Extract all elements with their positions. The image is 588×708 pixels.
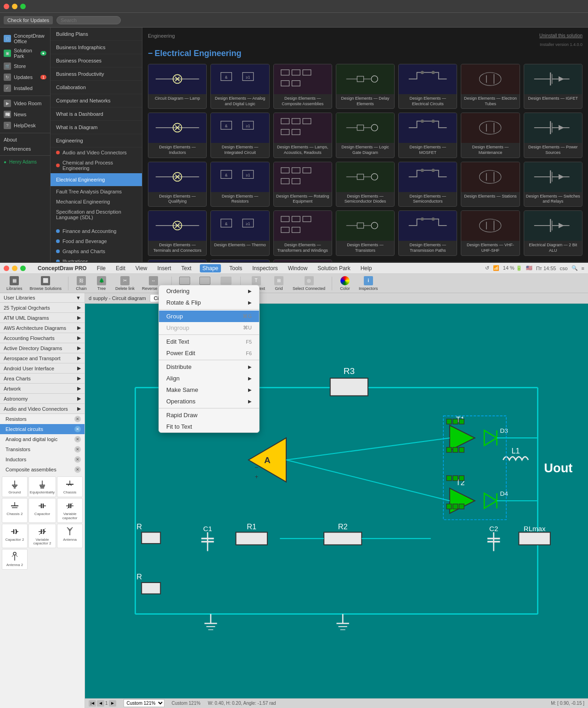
toolbar-browse-solutions[interactable]: ⬜ Browse Solutions [27,275,65,292]
menu-fit-to-text[interactable]: Fit to Text [159,421,259,432]
electrical-remove[interactable]: ✕ [74,426,81,432]
lib-sub-electrical[interactable]: Electrical circuits ✕ [0,424,85,434]
menu-solution-park[interactable]: Solution Park [316,264,352,272]
sidebar-item-store[interactable]: 🛒 Store [0,61,50,72]
shape-item[interactable]: Antenna 2 [2,549,28,570]
middle-item-building-plans[interactable]: Building Plans [51,28,142,41]
card-item[interactable]: Design Elements — Semiconductor Diodes [336,162,395,207]
maximize-button[interactable] [20,4,26,9]
composite-remove[interactable]: ✕ [74,466,81,473]
middle-item-infographics[interactable]: Business Infographics [51,41,142,54]
nav-prev[interactable]: ◀ [97,700,104,707]
card-item[interactable]: Design Elements — Switches and Relays [524,162,582,207]
menu-help[interactable]: Help [359,264,374,272]
sidebar-item-video[interactable]: ▶ Video Room [0,98,50,109]
subitem-finance[interactable]: Finance and Accounting [51,226,142,236]
menu-shape[interactable]: Shape [200,264,221,272]
lib-aws[interactable]: AWS Architecture Diagrams ▶ [0,323,85,333]
shape-item[interactable]: Variable capacitor [57,498,83,523]
subitem-sdl[interactable]: Specification and Description Language (… [51,207,142,222]
toolbar-tree[interactable]: 🌲 Tree [92,275,111,292]
resistors-remove[interactable]: ✕ [74,416,81,422]
subitem-mechanical[interactable]: Mechanical Engineering [51,197,142,207]
card-item[interactable]: Design Elements — Semiconductors [398,162,457,207]
middle-item-engineering[interactable]: Engineering [51,134,142,147]
close-button[interactable] [4,4,9,9]
menu-rotate-flip[interactable]: Rotate & Flip ▶ [159,297,259,308]
card-item[interactable]: Design Elements — MOSFET [398,113,457,158]
middle-item-productivity[interactable]: Business Productivity [51,68,142,81]
menu-group[interactable]: Group ⌘G [159,311,259,322]
lib-sub-analog[interactable]: Analog and digital logic ✕ [0,434,85,444]
lib-android[interactable]: Android User Interface ▶ [0,363,85,374]
card-item[interactable]: Design Elements — Stations [461,162,520,207]
min-btn[interactable] [12,266,17,271]
shape-item[interactable]: Antenna [57,524,83,549]
card-item[interactable]: Electrical Diagram — Bipolar Current Mir… [148,260,207,262]
lib-sub-composite[interactable]: Composite assemblies ✕ [0,464,85,475]
shape-item[interactable]: Capacitor 2 [2,524,28,549]
toolbar-color[interactable]: Color [336,275,354,292]
nav-first[interactable]: |◀ [89,700,96,707]
card-item[interactable]: Design Elements — Transmission Paths [398,210,457,255]
card-item[interactable]: Circuit Diagram — Lamp [148,64,207,109]
toolbar-select-connected[interactable]: ◎ Select Connected [290,275,328,292]
menu-power-edit[interactable]: Power Edit F6 [159,347,259,359]
menu-icon[interactable]: ≡ [582,266,584,271]
lib-sub-resistors[interactable]: Resistors ✕ [0,414,85,424]
middle-item-computer[interactable]: Computer and Networks [51,94,142,108]
max-btn[interactable] [20,266,26,271]
card-item[interactable]: & ≥1Design Elements — Analog and Digital… [210,64,269,109]
shape-item[interactable]: Ground [2,476,28,497]
sidebar-item-installed[interactable]: ✓ Installed [0,83,50,94]
sidebar-item-office[interactable]: ◻ ConceptDraw Office [0,31,50,46]
card-item[interactable]: & ≥1Design Elements — Thermo [210,210,269,255]
card-item[interactable]: Design Elements — VHF-UHF-SHF [461,210,520,255]
toolbar-chain[interactable]: ⛓ Chain [72,275,90,292]
card-item[interactable]: & ≥1Electrical Diagram — Simple Switched… [210,260,269,262]
minimize-button[interactable] [12,4,17,9]
lib-area-charts[interactable]: Area Charts ▶ [0,374,85,384]
shape-item[interactable]: Capacitor [28,498,56,523]
sidebar-item-news[interactable]: 📰 News [0,109,50,120]
inductors-remove[interactable]: ✕ [74,456,81,463]
close-btn[interactable] [4,266,9,271]
menu-operations[interactable]: Operations ▶ [159,396,259,407]
card-item[interactable]: Design Elements — Maintenance [461,113,520,158]
lib-sub-transistors[interactable]: Transistors ✕ [0,444,85,454]
lib-accounting[interactable]: Accounting Flowcharts ▶ [0,333,85,343]
menu-file[interactable]: File [95,264,107,272]
subitem-graphs[interactable]: Graphs and Charts [51,246,142,256]
search-icon[interactable]: 🔍 [571,265,578,271]
middle-item-collaboration[interactable]: Collaboration [51,81,142,94]
toolbar-libraries[interactable]: ▦ Libraries [4,275,25,292]
card-item[interactable]: Design Elements — Qualifying [148,162,207,207]
menu-tools[interactable]: Tools [227,264,244,272]
sidebar-item-about[interactable]: About [0,135,50,144]
card-item[interactable]: Design Elements — Rotating Equipment [273,162,332,207]
subitem-electrical[interactable]: Electrical Engineering [51,173,142,187]
subitem-audio-video[interactable]: Audio and Video Connectors [51,147,142,158]
card-item[interactable]: Design Elements — Composite Assemblies [273,64,332,109]
menu-view[interactable]: View [134,264,149,272]
toolbar-grid[interactable]: ⊞ Grid [270,275,288,292]
shape-item[interactable]: Variable capacitor 2 [28,524,56,549]
menu-edit-text[interactable]: Edit Text F5 [159,336,259,347]
menu-align[interactable]: Align ▶ [159,373,259,384]
card-item[interactable]: Design Elements — Terminals and Connecto… [148,210,207,255]
sidebar-item-preferences[interactable]: Preferences [0,144,50,153]
card-item[interactable]: Design Elements — Lamps, Acoustics, Read… [273,113,332,158]
analog-remove[interactable]: ✕ [74,436,81,442]
shape-item[interactable]: Chassis 2 [2,498,28,523]
card-item[interactable]: Design Elements — Electron Tubes [461,64,520,109]
toolbar-inspectors[interactable]: i Inspectors [356,275,381,292]
middle-item-diagram[interactable]: What is a Diagram [51,121,142,134]
menu-edit[interactable]: Edit [114,264,127,272]
middle-item-dashboard[interactable]: What is a Dashboard [51,108,142,121]
card-item[interactable]: Design Elements — Inductors [148,113,207,158]
search-input[interactable] [57,16,121,24]
shape-item[interactable]: Equipotentiality [28,476,56,497]
sidebar-item-updates[interactable]: ↻ Updates 1 [0,72,50,83]
sidebar-item-solution-park[interactable]: ▣ Solution Park ● [0,46,50,61]
card-item[interactable]: & ≥1Design Elements — Resistors [210,162,269,207]
